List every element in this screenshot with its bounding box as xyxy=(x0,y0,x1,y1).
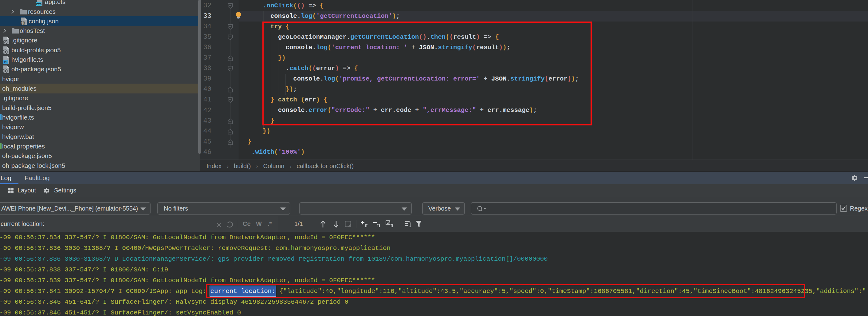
svg-text:ETS: ETS xyxy=(36,3,42,6)
svg-text:TS: TS xyxy=(3,61,7,64)
svg-text:{ }: { } xyxy=(21,22,25,25)
